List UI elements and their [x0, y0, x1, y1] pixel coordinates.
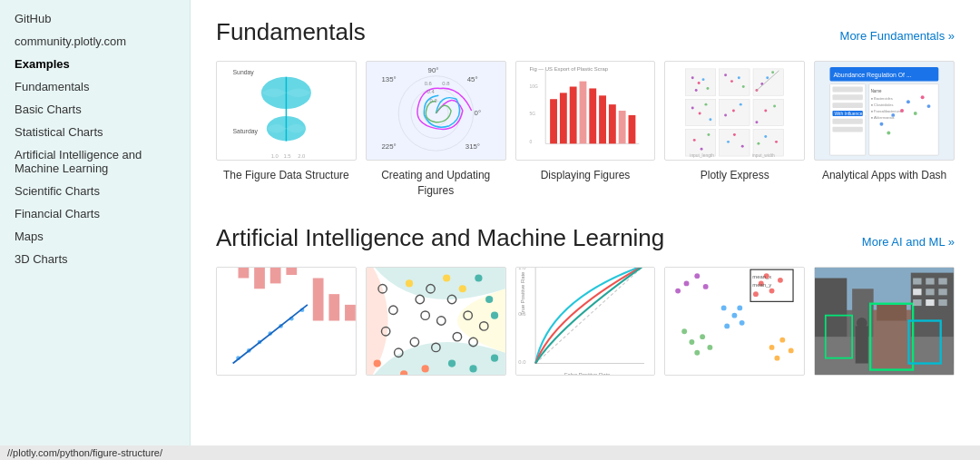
more-aiml-link[interactable]: More AI and ML »	[862, 235, 955, 249]
card-figure-structure[interactable]: Sunday Saturday 1.0 1.5 2.0	[216, 61, 357, 199]
svg-point-78	[741, 145, 744, 148]
svg-point-66	[710, 118, 712, 121]
thumb-creating-figures: 45° 135° 225° 315° 0° 90° 0.2 0.4 0.6 0.…	[366, 61, 506, 161]
svg-point-175	[682, 328, 688, 334]
fundamentals-gallery: Sunday Saturday 1.0 1.5 2.0	[216, 61, 955, 199]
more-fundamentals-link[interactable]: More Fundamentals »	[840, 29, 955, 43]
svg-point-178	[740, 320, 745, 326]
svg-text:315°: 315°	[466, 142, 480, 151]
svg-text:● Bacteroides: ● Bacteroides	[871, 96, 893, 101]
svg-point-65	[705, 103, 708, 106]
svg-point-51	[702, 78, 705, 81]
svg-point-179	[725, 324, 730, 329]
svg-rect-203	[926, 279, 934, 285]
card-ai-1[interactable]: price_width	[216, 267, 357, 376]
svg-point-174	[695, 350, 701, 356]
svg-point-172	[690, 339, 695, 345]
svg-point-148	[373, 359, 380, 367]
sidebar-item-ai-ml[interactable]: Artificial Intelligence and Machine Lear…	[0, 143, 190, 180]
sidebar-item-maps[interactable]: Maps	[0, 225, 190, 248]
svg-text:0: 0	[529, 140, 532, 144]
fundamentals-title: Fundamentals	[216, 18, 366, 46]
svg-text:● Akkermansia: ● Akkermansia	[871, 115, 896, 120]
svg-text:mean_y: mean_y	[753, 282, 772, 288]
sidebar-item-community[interactable]: community.plotly.com	[0, 30, 190, 53]
svg-point-71	[765, 110, 768, 113]
sidebar-item-3d-charts[interactable]: 3D Charts	[0, 248, 190, 270]
svg-point-75	[708, 133, 710, 136]
svg-point-168	[778, 278, 783, 283]
card-displaying-figures[interactable]: Fig — US Export of Plastic Scrap 0	[515, 61, 656, 199]
svg-rect-94	[833, 127, 863, 132]
svg-point-143	[443, 274, 450, 281]
svg-text:mean_x: mean_x	[753, 274, 772, 279]
svg-point-55	[730, 80, 733, 83]
svg-text:135°: 135°	[381, 75, 396, 83]
svg-rect-44	[720, 99, 750, 125]
svg-rect-211	[856, 326, 868, 363]
thumb-ai-3: True Positive Rate False Positive Rate 0…	[515, 267, 656, 376]
svg-rect-40	[686, 69, 716, 95]
svg-rect-198	[877, 305, 906, 321]
svg-point-185	[789, 348, 794, 354]
thumb-displaying-figures: Fig — US Export of Plastic Scrap 0	[515, 61, 656, 161]
svg-rect-122	[254, 267, 265, 289]
card-dash[interactable]: Abundance Regulation Of ... With Influen…	[814, 61, 955, 199]
sidebar-item-examples[interactable]: Examples	[0, 53, 190, 75]
svg-point-188	[676, 289, 681, 294]
svg-point-167	[753, 291, 759, 297]
svg-rect-35	[628, 115, 635, 143]
svg-point-165	[769, 289, 775, 294]
thumb-ai-2	[366, 267, 506, 376]
svg-point-181	[721, 306, 727, 311]
sidebar-item-statistical-charts[interactable]: Statistical Charts	[0, 121, 190, 143]
svg-rect-28	[560, 93, 567, 143]
svg-rect-110	[313, 279, 324, 321]
svg-point-144	[458, 285, 466, 292]
card-ai-5[interactable]	[814, 267, 955, 376]
sidebar-item-basic-charts[interactable]: Basic Charts	[0, 98, 190, 121]
sidebar-item-financial-charts[interactable]: Financial Charts	[0, 202, 190, 225]
svg-rect-34	[618, 111, 625, 143]
svg-text:1.0: 1.0	[271, 153, 279, 159]
card-creating-figures[interactable]: 45° 135° 225° 315° 0° 90° 0.2 0.4 0.6 0.…	[366, 61, 506, 199]
svg-text:Fig — US Export of Plastic Scr: Fig — US Export of Plastic Scrap	[529, 66, 608, 72]
svg-point-184	[775, 356, 780, 361]
svg-point-142	[406, 279, 413, 287]
svg-point-63	[691, 107, 694, 110]
svg-text:Saturday: Saturday	[232, 128, 258, 135]
card-ai-2[interactable]	[366, 267, 506, 376]
svg-text:0.5: 0.5	[518, 311, 526, 317]
svg-text:5G: 5G	[529, 112, 535, 116]
svg-point-183	[780, 338, 786, 343]
thumb-ai-1: price_width	[216, 267, 357, 376]
svg-text:input_length: input_length	[691, 153, 715, 158]
card-ai-4[interactable]: mean_x mean_y	[664, 267, 805, 376]
sidebar-item-fundamentals[interactable]: Fundamentals	[0, 75, 190, 98]
svg-point-153	[491, 355, 498, 362]
card-ai-3[interactable]: True Positive Rate False Positive Rate 0…	[515, 267, 656, 376]
svg-rect-46	[686, 130, 716, 156]
svg-text:False Positive Rate: False Positive Rate	[564, 372, 609, 376]
sidebar-item-scientific-charts[interactable]: Scientific Charts	[0, 180, 190, 202]
main-content: Fundamentals More Fundamentals » Sunday …	[191, 0, 980, 460]
svg-point-73	[693, 139, 696, 142]
svg-point-151	[448, 359, 456, 367]
svg-point-61	[772, 71, 775, 73]
label-dash: Analytical Apps with Dash	[822, 168, 946, 183]
aiml-header: Artificial Intelligence and Machine Lear…	[216, 224, 955, 252]
svg-text:● Faecalibacterium: ● Faecalibacterium	[871, 109, 901, 113]
svg-point-146	[475, 274, 482, 281]
sidebar-item-github[interactable]: GitHub	[0, 7, 190, 30]
card-plotly-express[interactable]: input_length input_width Plotly Express	[664, 61, 805, 199]
svg-point-67	[724, 113, 727, 116]
label-figure-structure: The Figure Data Structure	[223, 168, 349, 183]
svg-point-177	[732, 313, 738, 318]
svg-point-99	[906, 100, 910, 103]
svg-point-182	[769, 345, 775, 350]
svg-point-56	[738, 76, 740, 79]
svg-rect-209	[926, 299, 934, 306]
svg-point-50	[698, 82, 701, 84]
svg-point-187	[695, 273, 701, 279]
svg-rect-207	[939, 289, 947, 295]
